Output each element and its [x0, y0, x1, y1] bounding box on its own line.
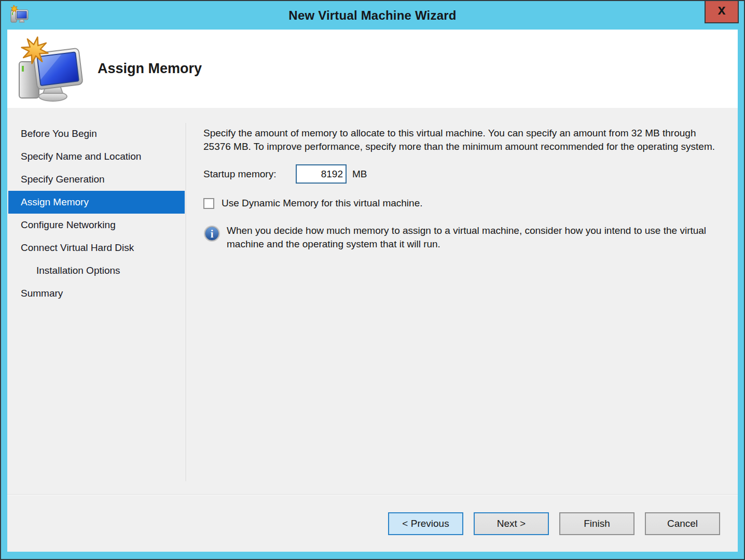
startup-memory-unit: MB [352, 169, 367, 180]
close-button[interactable]: x [705, 1, 739, 23]
sidebar-item-assign-memory[interactable]: Assign Memory [8, 191, 185, 214]
startup-memory-label: Startup memory: [203, 169, 296, 180]
previous-button[interactable]: < Previous [388, 512, 463, 535]
title-bar: New Virtual Machine Wizard x [1, 1, 744, 30]
sidebar-item-label: Configure Networking [21, 219, 116, 230]
sidebar-item-installation-options[interactable]: Installation Options [7, 259, 185, 282]
sidebar-item-specify-generation[interactable]: Specify Generation [7, 168, 185, 191]
wizard-body: Before You Begin Specify Name and Locati… [7, 108, 738, 494]
info-note-row: i When you decide how much memory to ass… [203, 224, 717, 251]
dynamic-memory-label: Use Dynamic Memory for this virtual mach… [222, 198, 423, 209]
window-title: New Virtual Machine Wizard [1, 8, 744, 23]
dynamic-memory-row: Use Dynamic Memory for this virtual mach… [203, 198, 717, 209]
startup-memory-row: Startup memory: MB [203, 164, 717, 184]
sidebar-item-label: Connect Virtual Hard Disk [21, 242, 134, 253]
dynamic-memory-checkbox[interactable] [203, 198, 214, 209]
button-bar: < Previous Next > Finish Cancel [7, 495, 738, 552]
next-button[interactable]: Next > [474, 512, 549, 535]
step-sidebar: Before You Begin Specify Name and Locati… [7, 108, 186, 494]
sidebar-item-specify-name-and-location[interactable]: Specify Name and Location [7, 145, 185, 168]
sidebar-item-label: Specify Name and Location [21, 151, 141, 162]
close-icon: x [718, 3, 725, 17]
sidebar-item-configure-networking[interactable]: Configure Networking [7, 214, 185, 236]
sidebar-item-connect-virtual-hard-disk[interactable]: Connect Virtual Hard Disk [7, 236, 185, 259]
sidebar-item-summary[interactable]: Summary [7, 282, 185, 305]
svg-text:i: i [211, 228, 214, 240]
startup-memory-input[interactable] [296, 164, 347, 184]
sidebar-item-label: Before You Begin [21, 128, 97, 139]
info-note-text: When you decide how much memory to assig… [227, 224, 709, 251]
sidebar-item-label: Specify Generation [21, 174, 105, 185]
dialog-surface: Assign Memory Before You Begin Specify N… [7, 30, 738, 552]
sidebar-divider [186, 123, 186, 481]
sidebar-item-label: Assign Memory [21, 197, 89, 207]
sidebar-item-label: Summary [21, 288, 63, 299]
new-vm-header-icon [16, 36, 84, 104]
step-content: Specify the amount of memory to allocate… [186, 108, 738, 494]
sidebar-item-label: Installation Options [36, 265, 120, 276]
info-icon: i [203, 225, 220, 242]
step-description: Specify the amount of memory to allocate… [203, 127, 717, 153]
wizard-window: New Virtual Machine Wizard x [0, 0, 745, 560]
sidebar-item-before-you-begin[interactable]: Before You Begin [7, 122, 185, 145]
page-title: Assign Memory [98, 61, 202, 77]
finish-button[interactable]: Finish [559, 512, 634, 535]
cancel-button[interactable]: Cancel [645, 512, 720, 535]
wizard-header: Assign Memory [7, 30, 738, 108]
